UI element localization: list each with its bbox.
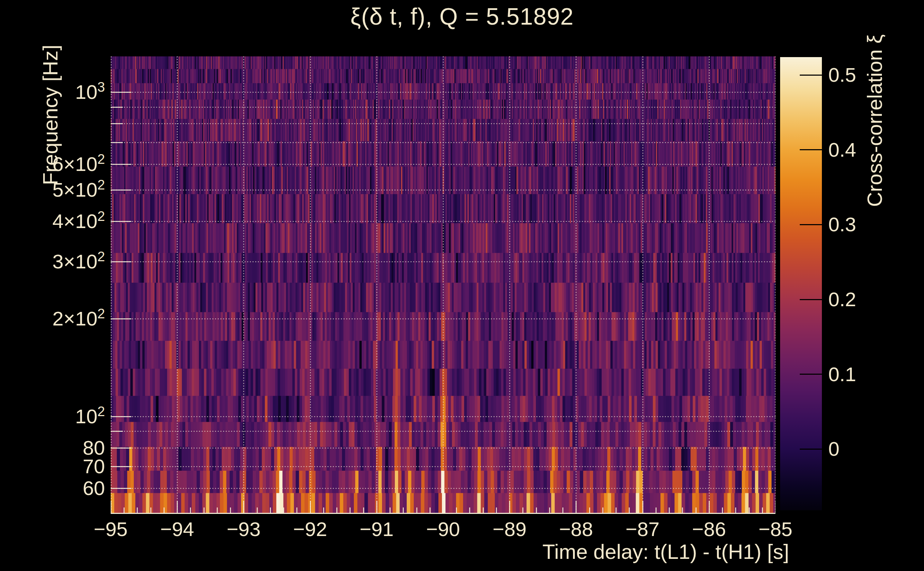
colorbar-tick-label: 0.1 bbox=[828, 364, 856, 385]
colorbar-tick bbox=[800, 299, 822, 300]
qscan-figure: ξ(δ t, f), Q = 5.51892 Frequency [Hz] 10… bbox=[0, 0, 924, 571]
colorbar bbox=[780, 57, 822, 510]
plot-title: ξ(δ t, f), Q = 5.51892 bbox=[0, 3, 924, 30]
y-tick-label: 5×102 bbox=[0, 176, 105, 204]
x-axis-title: Time delay: t(L1) - t(H1) [s] bbox=[542, 540, 789, 563]
colorbar-tick bbox=[800, 75, 822, 76]
x-tick-label: −94 bbox=[141, 517, 213, 541]
y-tick-label: 103 bbox=[0, 78, 105, 106]
x-tick-label: −95 bbox=[75, 517, 147, 541]
heatmap-canvas bbox=[111, 56, 776, 514]
x-tick-label: −89 bbox=[474, 517, 545, 541]
x-tick-label: −87 bbox=[607, 517, 678, 541]
colorbar-tick-label: 0.5 bbox=[828, 64, 856, 86]
x-tick-label: −86 bbox=[674, 517, 745, 541]
x-tick-label: −92 bbox=[275, 517, 346, 541]
colorbar-tick-label: 0.2 bbox=[828, 289, 856, 310]
y-tick-label: 2×102 bbox=[0, 304, 105, 333]
x-tick-label: −93 bbox=[208, 517, 279, 541]
colorbar-tick bbox=[800, 224, 822, 225]
colorbar-tick-label: 0.4 bbox=[828, 139, 856, 160]
y-tick-label: 4×102 bbox=[0, 207, 105, 236]
x-tick-label: −85 bbox=[740, 517, 811, 541]
y-tick-label: 3×102 bbox=[0, 247, 105, 276]
y-tick-label: 60 bbox=[0, 474, 105, 503]
y-tick-label: 6×102 bbox=[0, 150, 105, 178]
colorbar-title: Cross-correlation ξ bbox=[862, 34, 887, 207]
colorbar-tick-label: 0.3 bbox=[828, 214, 856, 235]
x-tick-label: −90 bbox=[407, 517, 479, 541]
colorbar-tick bbox=[800, 373, 822, 375]
colorbar-tick bbox=[800, 149, 822, 150]
y-tick-label: 102 bbox=[0, 402, 105, 431]
x-tick-label: −88 bbox=[540, 517, 612, 541]
colorbar-tick bbox=[800, 449, 822, 450]
x-tick-label: −91 bbox=[341, 517, 413, 541]
colorbar-tick-label: 0 bbox=[828, 438, 839, 460]
